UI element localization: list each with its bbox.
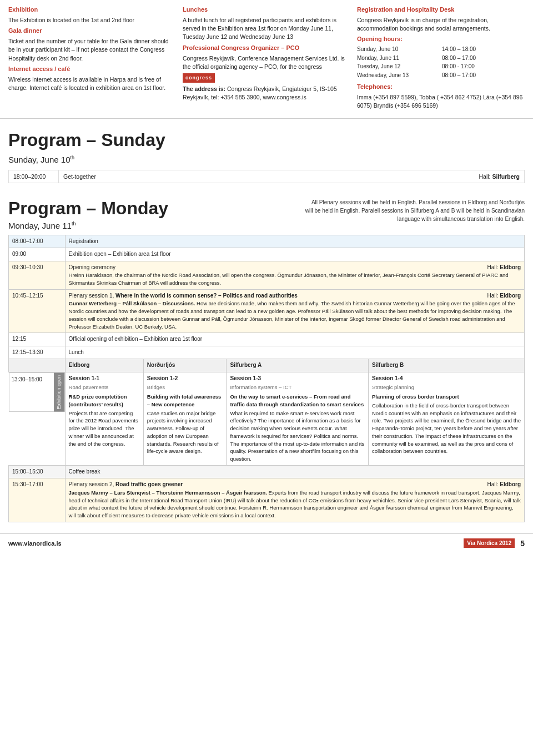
opening-hall: Hall: Eldborg	[487, 264, 521, 272]
content-exhibition-open: Exhibition open – Exhibition area 1st fl…	[65, 248, 524, 261]
footer-right: Via Nordica 2012 5	[464, 538, 525, 548]
s1-3-desc: What is required to make smart e-service…	[230, 410, 364, 463]
time-exhibition-open: 09:00	[9, 248, 66, 261]
congress-logo: congress	[183, 73, 215, 83]
top-col-exhibition: Exhibition The Exhibition is located on …	[8, 6, 176, 113]
sessions-header-time	[9, 359, 66, 372]
time-registration: 08:00–17:00	[9, 235, 66, 248]
page-footer: www.vianordica.is Via Nordica 2012 5	[0, 533, 533, 552]
row-lunch: 12:15–13:30 Lunch	[9, 346, 525, 359]
congress-year-logo: Via Nordica 2012	[464, 538, 515, 548]
row-sessions-header: Eldborg Norðurljós Silfurberg A Silfurbe…	[9, 359, 525, 372]
time-official: 12:15	[9, 333, 66, 346]
gala-text: Ticket and the number of your table for …	[8, 37, 176, 63]
top-col-registration: Registration and Hospitality Desk Congre…	[357, 6, 525, 113]
time-plenary2: 15:30–17:00	[9, 478, 66, 522]
opening-title: Opening ceremony	[69, 264, 116, 272]
s1-2-desc: Case studies on major bridge projects in…	[147, 410, 223, 456]
time-coffee: 15:00–15:30	[9, 465, 66, 478]
gala-heading: Gala dinner	[8, 27, 176, 36]
lunches-text: A buffet lunch for all registered partic…	[183, 16, 350, 42]
program-monday-section: Program – Monday Monday, June 11th All P…	[0, 190, 533, 528]
sunday-title: Program – Sunday	[8, 130, 525, 150]
s1-1-num: Session 1-1	[69, 375, 140, 383]
monday-header-left: Program – Monday Monday, June 11th	[8, 198, 168, 230]
internet-heading: Internet access / café	[8, 65, 176, 74]
s1-3-num: Session 1-3	[230, 375, 364, 383]
row-exhibition-open: 09:00 Exhibition open – Exhibition area …	[9, 248, 525, 261]
content-lunch: Lunch	[65, 346, 524, 359]
exhibition-heading: Exhibition	[8, 6, 176, 14]
exhibition-open-label: Exhibition open	[54, 373, 64, 412]
s1-4-title: Planning of cross border transport	[372, 393, 521, 401]
oh-day-1: Monday, June 11	[357, 54, 440, 63]
s1-1-desc: Projects that are competing for the 2012…	[69, 410, 140, 448]
session-1-4: Session 1-4 Strategic planning Planning …	[368, 372, 524, 465]
oh-day-0: Sunday, June 10	[357, 46, 440, 54]
time-lunch: 12:15–13:30	[9, 346, 66, 359]
oh-day-3: Wednesday, June 13	[357, 72, 440, 80]
top-col-lunches: Lunches A buffet lunch for all registere…	[183, 6, 350, 113]
content-opening: Opening ceremony Hall: Eldborg Hreinn Ha…	[65, 261, 524, 289]
oh-day-2: Tuesday, June 12	[357, 63, 440, 71]
lunches-heading: Lunches	[183, 6, 350, 14]
sunday-time-1: 18:00–20:00	[9, 170, 59, 183]
time-sessions-1-cell: 13:30–15:00 Exhibition open	[9, 372, 65, 412]
row-plenary2: 15:30–17:00 Plenary session 2, Road traf…	[9, 478, 525, 522]
top-info-section: Exhibition The Exhibition is located on …	[0, 0, 533, 119]
monday-note: All Plenary sessions will be held in Eng…	[303, 198, 525, 223]
s1-3-topic: Information systems – ICT	[230, 384, 364, 391]
row-opening-ceremony: 09:30–10:30 Opening ceremony Hall: Eldbo…	[9, 261, 525, 289]
telephones-text: Imma (+354 897 5599), Tobba ( +354 862 4…	[357, 93, 525, 110]
session-1-1: Session 1-1 Road pavements R&D prize com…	[65, 372, 143, 465]
time-sessions-1: 13:30–15:00	[9, 373, 54, 412]
row-plenary1: 10:45–12:15 Plenary session 1, Where in …	[9, 289, 525, 333]
session-1-3: Session 1-3 Information systems – ICT On…	[227, 372, 368, 465]
plenary2-hall: Hall: Eldborg	[487, 481, 521, 489]
plenary2-body: Jacques Marmy – Lars Stenqvist – Thorste…	[69, 489, 521, 520]
footer-logo: www.vianordica.is	[8, 540, 62, 547]
monday-date: Monday, June 11th	[8, 221, 168, 230]
page-number: 5	[520, 539, 525, 548]
sunday-date: Sunday, June 10th	[8, 155, 525, 164]
col-silfurberg-b: Silfurberg B	[368, 359, 524, 372]
pco-text: Congress Reykjavík, Conference Managemen…	[183, 54, 350, 71]
exhibition-text: The Exhibition is located on the 1st and…	[8, 16, 176, 24]
plenary1-hall: Hall: Eldborg	[487, 292, 521, 300]
oh-time-1: 08:00 – 17:00	[442, 54, 525, 63]
s1-4-num: Session 1-4	[372, 375, 521, 383]
monday-header: Program – Monday Monday, June 11th All P…	[8, 198, 525, 230]
content-official: Official opening of exhibition – Exhibit…	[65, 333, 524, 346]
col-eldborg: Eldborg	[65, 359, 143, 372]
time-opening: 09:30–10:30	[9, 261, 66, 289]
content-plenary1: Plenary session 1, Where in the world is…	[65, 289, 524, 333]
content-coffee: Coffee break	[65, 465, 524, 478]
content-plenary2: Plenary session 2, Road traffic goes gre…	[65, 478, 524, 522]
row-official-opening: 12:15 Official opening of exhibition – E…	[9, 333, 525, 346]
s1-3-title: On the way to smart e-services – From ro…	[230, 393, 364, 409]
address-label: The address is: Congress Reykjavík, Engj…	[183, 85, 350, 102]
sunday-content-1: Get-together	[59, 170, 457, 183]
plenary1-body: Gunnar Wetterberg – Páll Skúlason – Disc…	[69, 300, 521, 330]
col-nordurljós: Norðurljós	[143, 359, 227, 372]
opening-hours-grid: Sunday, June 1014:00 – 18:00 Monday, Jun…	[357, 46, 525, 79]
sunday-hall-1: Hall: Silfurberg	[457, 170, 524, 183]
s1-2-topic: Bridges	[147, 384, 223, 391]
col-silfurberg-a: Silfurberg A	[227, 359, 368, 372]
s1-4-desc: Collaboration in the field of cross-bord…	[372, 402, 521, 455]
monday-schedule-table: 08:00–17:00 Registration 09:00 Exhibitio…	[8, 235, 525, 522]
plenary2-title: Plenary session 2, Road traffic goes gre…	[69, 481, 183, 489]
opening-body: Hreinn Haraldsson, the chairman of the N…	[69, 271, 521, 287]
program-sunday-section: Program – Sunday Sunday, June 10th 18:00…	[0, 119, 533, 190]
pco-heading: Professional Congress Organizer – PCO	[183, 44, 350, 53]
row-registration: 08:00–17:00 Registration	[9, 235, 525, 248]
monday-title: Program – Monday	[8, 198, 168, 219]
reg-desk-heading: Registration and Hospitality Desk	[357, 6, 525, 14]
internet-text: Wireless internet access is available in…	[8, 75, 176, 92]
s1-2-num: Session 1-2	[147, 375, 223, 383]
s1-1-topic: Road pavements	[69, 384, 140, 391]
sunday-row-1: 18:00–20:00 Get-together Hall: Silfurber…	[8, 170, 525, 183]
oh-time-0: 14:00 – 18:00	[442, 46, 525, 54]
row-coffee: 15:00–15:30 Coffee break	[9, 465, 525, 478]
content-registration: Registration	[65, 235, 524, 248]
